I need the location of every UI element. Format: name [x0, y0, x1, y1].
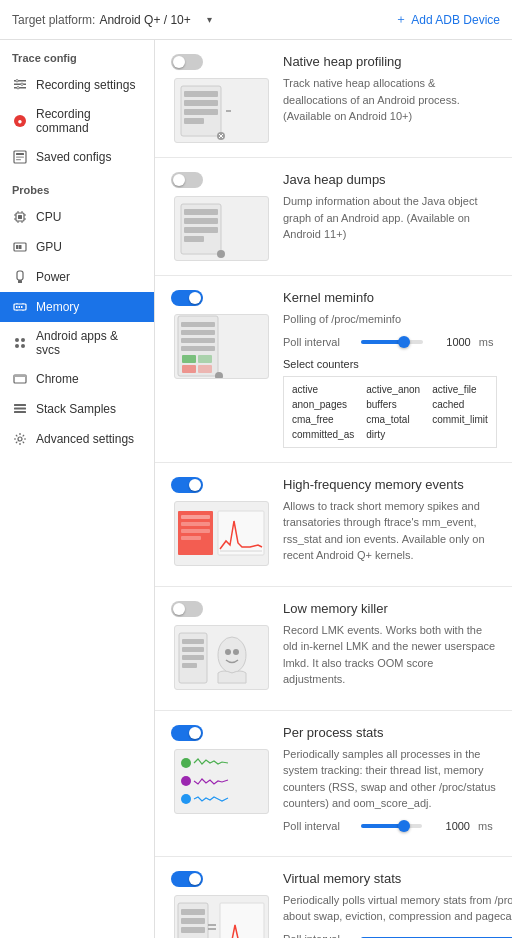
virtual-mem-stats-poll-label: Poll interval: [283, 933, 353, 939]
low-mem-killer-toggle[interactable]: [171, 601, 203, 617]
probe-per-process-stats-left: [171, 725, 271, 814]
saved-configs-label: Saved configs: [36, 150, 111, 164]
target-platform-label: Target platform:: [12, 13, 95, 27]
counter-commit-limit[interactable]: commit_limit: [430, 413, 490, 426]
counter-cached[interactable]: cached: [430, 398, 490, 411]
svg-point-82: [181, 758, 191, 768]
svg-rect-41: [14, 404, 26, 406]
counter-active[interactable]: active: [290, 383, 356, 396]
svg-text:●: ●: [18, 117, 23, 126]
kernel-meminfo-slider-thumb: [398, 336, 410, 348]
kernel-meminfo-counters-section: Select counters active active_anon activ…: [283, 358, 497, 448]
kernel-meminfo-slider[interactable]: [361, 340, 423, 344]
per-process-stats-slider-thumb: [398, 820, 410, 832]
probe-low-mem-killer-left: [171, 601, 271, 690]
sidebar-item-memory[interactable]: Memory: [0, 292, 154, 322]
kernel-meminfo-slider-wrap[interactable]: [361, 340, 423, 344]
probe-kernel-meminfo-toggle-row: [171, 290, 271, 306]
svg-rect-10: [16, 157, 24, 158]
counter-cma-total[interactable]: cma_total: [364, 413, 422, 426]
svg-rect-46: [184, 91, 218, 97]
sidebar-item-power[interactable]: Power: [0, 262, 154, 292]
svg-point-81: [233, 649, 239, 655]
svg-point-44: [18, 437, 22, 441]
native-heap-image: [174, 78, 269, 143]
sidebar-item-recording-settings[interactable]: Recording settings: [0, 70, 154, 100]
kernel-meminfo-poll-unit: ms: [479, 336, 497, 348]
svg-rect-52: [184, 209, 218, 215]
sidebar: Trace config Recording settings ● Record…: [0, 40, 155, 938]
svg-point-83: [181, 776, 191, 786]
probe-per-process-stats-toggle-row: [171, 725, 271, 741]
sidebar-item-gpu[interactable]: GPU: [0, 232, 154, 262]
sidebar-item-recording-command[interactable]: ● Recording command: [0, 100, 154, 142]
counter-cma-free[interactable]: cma_free: [290, 413, 356, 426]
svg-rect-55: [184, 236, 204, 242]
svg-rect-30: [21, 306, 23, 308]
native-heap-toggle[interactable]: [171, 54, 203, 70]
kernel-meminfo-counters-label: Select counters: [283, 358, 497, 370]
probe-java-heap-right: Java heap dumps Dump information about t…: [283, 172, 496, 251]
counter-buffers[interactable]: buffers: [364, 398, 422, 411]
stack-samples-icon: [12, 401, 28, 417]
add-adb-device-button[interactable]: ＋ Add ADB Device: [395, 11, 500, 28]
kernel-meminfo-poll-label: Poll interval: [283, 336, 353, 348]
trace-config-section-title: Trace config: [0, 40, 154, 70]
high-freq-mem-title: High-frequency memory events: [283, 477, 496, 492]
sidebar-item-stack-samples[interactable]: Stack Samples: [0, 394, 154, 424]
svg-rect-49: [184, 118, 204, 124]
java-heap-toggle[interactable]: [171, 172, 203, 188]
target-platform-select-wrap[interactable]: Android Q+ / 10+: [99, 13, 212, 27]
cpu-label: CPU: [36, 210, 61, 224]
counter-committed-as[interactable]: committed_as: [290, 428, 356, 441]
counter-dirty[interactable]: dirty: [364, 428, 422, 441]
svg-point-84: [181, 794, 191, 804]
svg-rect-77: [182, 655, 204, 660]
memory-label: Memory: [36, 300, 79, 314]
per-process-stats-slider-wrap[interactable]: [361, 824, 422, 828]
probe-native-heap-right: Native heap profiling Track native heap …: [283, 54, 496, 133]
probe-low-mem-killer-right: Low memory killer Record LMK events. Wor…: [283, 601, 496, 696]
svg-rect-26: [18, 280, 22, 283]
svg-point-4: [21, 83, 23, 85]
probe-low-mem-killer: Low memory killer Record LMK events. Wor…: [155, 587, 512, 711]
sidebar-item-chrome[interactable]: Chrome: [0, 364, 154, 394]
svg-rect-68: [181, 515, 210, 519]
per-process-stats-poll-unit: ms: [478, 820, 496, 832]
probe-virtual-mem-stats-left: [171, 871, 271, 939]
svg-rect-13: [18, 215, 22, 219]
low-mem-killer-desc: Record LMK events. Works both with the o…: [283, 622, 496, 688]
counter-anon-pages[interactable]: anon_pages: [290, 398, 356, 411]
svg-rect-25: [17, 271, 23, 280]
svg-point-56: [217, 250, 225, 258]
probe-kernel-meminfo-left: [171, 290, 271, 379]
kernel-meminfo-counters-grid[interactable]: active active_anon active_file anon_page…: [283, 376, 497, 448]
java-heap-image: [174, 196, 269, 261]
svg-rect-65: [198, 365, 212, 373]
svg-rect-60: [181, 338, 215, 343]
svg-rect-63: [198, 355, 212, 363]
counter-active-anon[interactable]: active_anon: [364, 383, 422, 396]
sidebar-item-cpu[interactable]: CPU: [0, 202, 154, 232]
high-freq-mem-toggle[interactable]: [171, 477, 203, 493]
per-process-stats-toggle[interactable]: [171, 725, 203, 741]
svg-point-79: [218, 637, 246, 673]
target-platform-select[interactable]: Android Q+ / 10+: [99, 13, 207, 27]
per-process-stats-slider[interactable]: [361, 824, 422, 828]
chrome-icon: [12, 371, 28, 387]
android-apps-icon: [12, 335, 28, 351]
android-apps-label: Android apps & svcs: [36, 329, 142, 357]
kernel-meminfo-toggle[interactable]: [171, 290, 203, 306]
probe-per-process-stats-right: Per process stats Periodically samples a…: [283, 725, 496, 842]
counter-active-file[interactable]: active_file: [430, 383, 490, 396]
virtual-mem-stats-toggle[interactable]: [171, 871, 203, 887]
advanced-settings-label: Advanced settings: [36, 432, 134, 446]
svg-rect-76: [182, 647, 204, 652]
sidebar-item-advanced-settings[interactable]: Advanced settings: [0, 424, 154, 454]
svg-rect-47: [184, 100, 218, 106]
power-label: Power: [36, 270, 70, 284]
probe-native-heap-toggle-row: [171, 54, 271, 70]
sidebar-item-android-apps[interactable]: Android apps & svcs: [0, 322, 154, 364]
probe-java-heap-toggle-row: [171, 172, 271, 188]
sidebar-item-saved-configs[interactable]: Saved configs: [0, 142, 154, 172]
